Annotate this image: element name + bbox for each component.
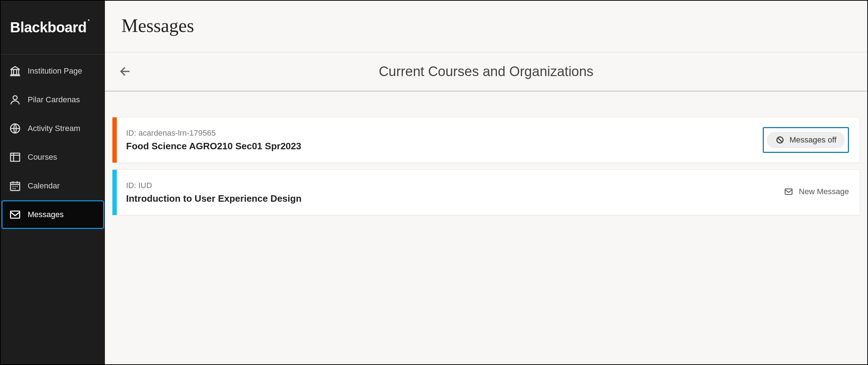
prohibit-icon	[775, 135, 785, 145]
card-body: ID: IUD Introduction to User Experience …	[117, 170, 860, 215]
course-name: Food Science AGRO210 Sec01 Spr2023	[126, 141, 301, 152]
brand: Blackboard	[1, 1, 105, 55]
sidebar-item-messages[interactable]: Messages	[1, 200, 104, 229]
sidebar-item-label: Courses	[28, 153, 57, 162]
sidebar-item-profile[interactable]: Pilar Cardenas	[1, 85, 104, 114]
back-button[interactable]	[116, 64, 131, 79]
svg-rect-2	[10, 153, 20, 162]
calendar-icon	[9, 180, 21, 192]
card-text: ID: acardenas-lrn-179565 Food Science AG…	[126, 128, 301, 152]
app-root: Blackboard Institution Page Pilar Carden…	[0, 0, 868, 365]
page-header: Messages	[105, 1, 867, 52]
course-name: Introduction to User Experience Design	[126, 193, 301, 204]
sidebar-item-label: Messages	[28, 210, 64, 219]
card-action: Messages off	[763, 127, 849, 153]
sidebar: Blackboard Institution Page Pilar Carden…	[1, 1, 105, 364]
person-icon	[9, 94, 21, 106]
sidebar-item-label: Pilar Cardenas	[28, 95, 80, 104]
card-text: ID: IUD Introduction to User Experience …	[126, 181, 301, 204]
sidebar-nav: Institution Page Pilar Cardenas Activity…	[1, 55, 105, 229]
svg-rect-4	[10, 211, 20, 218]
globe-icon	[9, 122, 21, 135]
sidebar-item-courses[interactable]: Courses	[1, 143, 104, 172]
envelope-icon	[9, 209, 21, 221]
messages-off-highlight: Messages off	[763, 127, 849, 153]
main-content: Messages Current Courses and Organizatio…	[105, 1, 867, 364]
sidebar-item-label: Activity Stream	[28, 124, 80, 133]
sidebar-item-activity[interactable]: Activity Stream	[1, 114, 104, 143]
card-action: New Message	[784, 187, 849, 198]
course-id: ID: IUD	[126, 181, 301, 190]
sidebar-item-label: Calendar	[28, 181, 60, 191]
brand-text: Blackboard	[10, 19, 87, 36]
sub-title: Current Courses and Organizations	[105, 64, 867, 79]
course-list: ID: acardenas-lrn-179565 Food Science AG…	[105, 92, 867, 364]
new-message-button[interactable]: New Message	[784, 187, 849, 196]
envelope-icon	[784, 187, 793, 196]
course-card[interactable]: ID: IUD Introduction to User Experience …	[112, 169, 860, 215]
course-card[interactable]: ID: acardenas-lrn-179565 Food Science AG…	[112, 117, 860, 163]
sub-header: Current Courses and Organizations	[105, 52, 867, 92]
sidebar-item-label: Institution Page	[28, 66, 82, 76]
card-stripe	[112, 170, 117, 215]
card-body: ID: acardenas-lrn-179565 Food Science AG…	[117, 117, 860, 163]
card-stripe	[112, 117, 117, 163]
sidebar-item-institution[interactable]: Institution Page	[1, 57, 104, 85]
messages-off-badge[interactable]: Messages off	[767, 132, 845, 148]
page-title: Messages	[121, 15, 851, 36]
courses-icon	[9, 151, 21, 163]
course-id: ID: acardenas-lrn-179565	[126, 128, 301, 138]
new-message-label: New Message	[799, 187, 849, 196]
svg-point-0	[13, 96, 17, 100]
sidebar-item-calendar[interactable]: Calendar	[1, 172, 104, 200]
badge-label: Messages off	[790, 135, 836, 145]
institution-icon	[9, 65, 21, 77]
svg-rect-6	[785, 189, 792, 194]
